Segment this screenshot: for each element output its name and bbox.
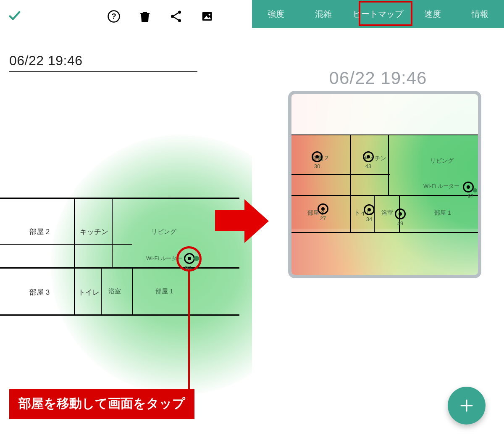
svg-text:?: ? <box>111 12 116 21</box>
share-button[interactable] <box>169 9 183 24</box>
measure-point-toilet[interactable]: 34 <box>364 204 375 222</box>
measure-point-room2[interactable]: 30 <box>312 151 323 169</box>
svg-marker-8 <box>215 199 269 243</box>
arrow-icon <box>215 197 270 245</box>
measure-point-bath[interactable]: 49 <box>395 208 406 227</box>
confirm-button[interactable] <box>8 7 22 26</box>
heatmap-title: 06/22 19:46 <box>252 68 504 88</box>
router-value: 97 <box>468 193 473 199</box>
measure-value: 34 <box>366 216 372 222</box>
measure-point-room3[interactable]: 27 <box>318 203 328 222</box>
floor-plan[interactable]: 部屋 2 キッチン リビング 部屋 3 トイレ 浴室 部屋 1 Wi-Fi ルー… <box>0 172 252 328</box>
screen-heatmap: 強度 混雑 ヒートマップ 速度 情報 06/22 19:46 部屋 2 <box>252 0 504 443</box>
room-label-bath: 浴室 <box>108 287 121 295</box>
room-label-toilet: トイレ <box>78 287 100 297</box>
share-icon <box>169 9 183 24</box>
check-icon <box>8 8 22 23</box>
tab-congestion[interactable]: 混雑 <box>299 0 347 28</box>
router-value: 97 <box>185 265 192 272</box>
screen-survey: ? 06/22 19:46 <box>0 0 252 443</box>
image-icon <box>200 9 214 24</box>
measure-value: 30 <box>314 163 320 169</box>
tab-info[interactable]: 情報 <box>457 0 504 28</box>
trash-icon <box>138 9 152 24</box>
room-label-room3: 部屋 3 <box>29 287 50 297</box>
room-label-living: リビング <box>151 228 176 236</box>
room-label-living: リビング <box>430 157 454 165</box>
tab-speed[interactable]: 速度 <box>409 0 457 28</box>
delete-button[interactable] <box>138 9 152 24</box>
room-label-room1: 部屋 1 <box>434 209 451 217</box>
measure-value: 43 <box>365 163 371 169</box>
plus-icon <box>459 398 474 413</box>
callout-text: 部屋を移動して画面をタップ <box>9 389 194 419</box>
help-button[interactable]: ? <box>107 9 121 24</box>
room-label-kitchen: キッチン <box>80 227 108 237</box>
room-label-bath: 浴室 <box>381 209 393 217</box>
tab-strength[interactable]: 強度 <box>252 0 299 28</box>
image-button[interactable] <box>200 9 214 24</box>
add-button[interactable] <box>448 387 486 425</box>
measure-point-kitchen[interactable]: 43 <box>363 151 374 169</box>
svg-point-7 <box>209 14 210 16</box>
router-marker[interactable]: Wi-Fi ルーター 97 <box>463 182 474 192</box>
heatmap-card[interactable]: 部屋 2 キッチン リビング 部屋 3 トイレ 浴室 部屋 1 30 43 <box>288 91 481 278</box>
transition-arrow <box>215 197 270 245</box>
room-label-room2: 部屋 2 <box>29 227 50 237</box>
router-marker[interactable] <box>184 253 199 264</box>
router-label: Wi-Fi ルーター <box>423 182 459 190</box>
measure-value: 27 <box>320 215 326 222</box>
tab-bar: 強度 混雑 ヒートマップ 速度 情報 <box>252 0 504 28</box>
toolbar: ? <box>0 0 252 33</box>
help-icon: ? <box>107 9 121 24</box>
survey-title-input[interactable]: 06/22 19:46 <box>9 50 197 72</box>
router-label: Wi-Fi ルーター <box>146 255 182 262</box>
tab-heatmap[interactable]: ヒートマップ <box>347 0 409 28</box>
room-label-room1: 部屋 1 <box>155 287 173 295</box>
measure-value: 49 <box>397 220 403 227</box>
